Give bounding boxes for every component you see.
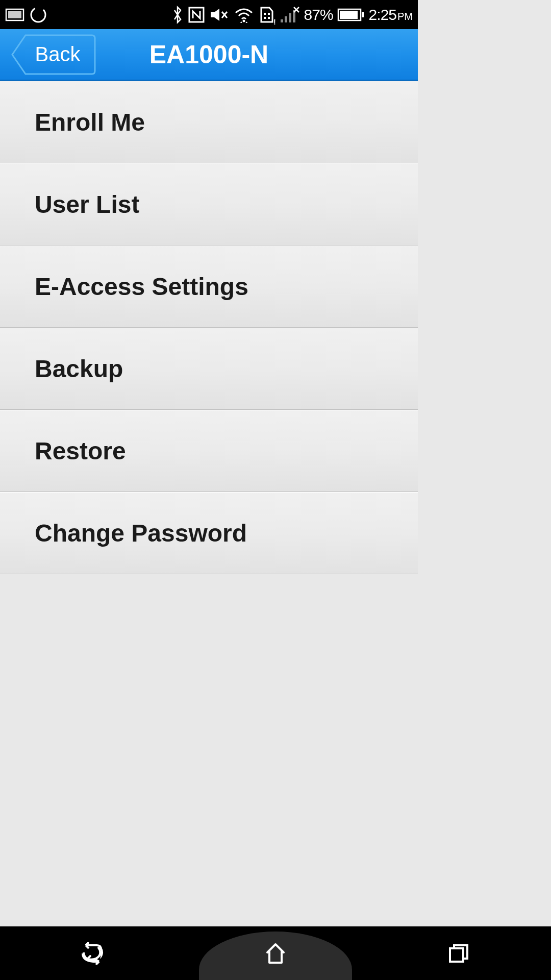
back-button-label: Back (35, 43, 81, 66)
menu-item-user-list[interactable]: User List (0, 163, 418, 246)
svg-rect-8 (268, 17, 270, 19)
wifi-icon (234, 7, 254, 23)
svg-rect-15 (340, 11, 358, 19)
svg-rect-5 (264, 13, 266, 15)
menu-item-label: Backup (35, 355, 123, 383)
svg-rect-7 (264, 17, 266, 19)
svg-rect-12 (289, 13, 291, 22)
signal-icon (280, 6, 300, 23)
menu-item-enroll-me[interactable]: Enroll Me (0, 81, 418, 163)
status-right-icons: ! 87% 2:25PM (171, 5, 413, 24)
notification-icon (5, 7, 24, 22)
volume-mute-icon (209, 7, 230, 22)
battery-icon (337, 8, 365, 22)
status-bar: ! 87% 2:25PM (0, 0, 418, 29)
svg-rect-1 (8, 11, 21, 18)
sim-icon: ! (258, 5, 276, 24)
svg-rect-11 (285, 16, 287, 22)
battery-percent: 87% (304, 6, 333, 23)
menu-item-label: Enroll Me (35, 108, 145, 136)
app-header: Back EA1000-N (0, 29, 418, 81)
menu-item-label: E-Access Settings (35, 273, 248, 301)
sync-icon (30, 6, 47, 23)
status-left-icons (5, 6, 47, 23)
time-value: 2:25 (369, 6, 396, 23)
menu-item-restore[interactable]: Restore (0, 410, 418, 492)
status-time: 2:25PM (369, 6, 413, 23)
menu-item-label: User List (35, 190, 139, 218)
nfc-icon (188, 6, 205, 23)
bluetooth-icon (171, 5, 184, 24)
svg-text:!: ! (273, 18, 276, 24)
menu-item-label: Restore (35, 437, 126, 465)
menu-item-label: Change Password (35, 519, 247, 547)
time-ampm: PM (397, 11, 413, 22)
menu-item-backup[interactable]: Backup (0, 328, 418, 410)
back-button[interactable]: Back (10, 33, 96, 76)
menu-item-e-access-settings[interactable]: E-Access Settings (0, 246, 418, 328)
svg-rect-16 (362, 12, 364, 17)
svg-point-2 (30, 6, 47, 23)
svg-rect-10 (281, 19, 283, 22)
svg-rect-6 (268, 13, 270, 15)
svg-point-4 (242, 19, 245, 22)
menu-item-change-password[interactable]: Change Password (0, 492, 418, 574)
menu-list: Enroll Me User List E-Access Settings Ba… (0, 81, 418, 574)
